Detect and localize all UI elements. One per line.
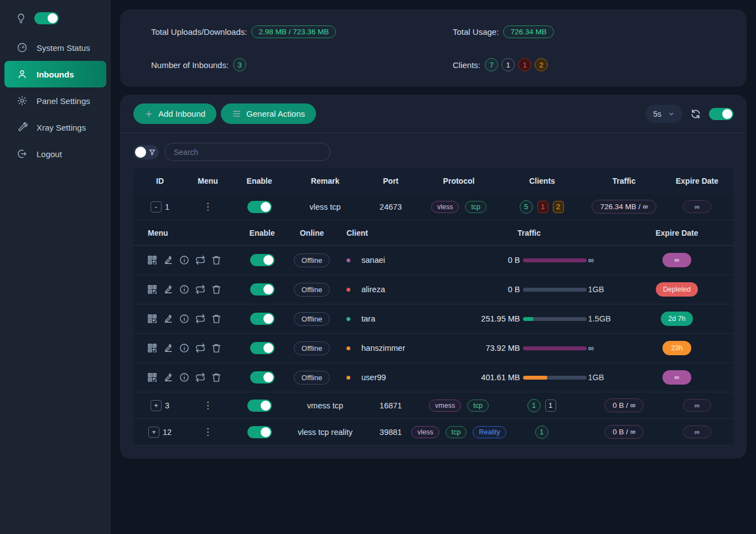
expand-button[interactable]: + bbox=[151, 400, 162, 411]
delete-icon[interactable] bbox=[211, 255, 222, 266]
client-enable-cell bbox=[236, 342, 288, 354]
info-icon[interactable] bbox=[179, 343, 190, 354]
qrcode-icon[interactable] bbox=[147, 372, 158, 383]
reset-icon[interactable] bbox=[195, 284, 206, 295]
client-online-cell: Offline bbox=[288, 253, 335, 267]
inbound-enable-toggle[interactable] bbox=[247, 201, 272, 213]
sidebar-item-logout[interactable]: Logout bbox=[0, 141, 106, 167]
logout-icon bbox=[17, 148, 28, 159]
general-actions-button[interactable]: General Actions bbox=[221, 103, 316, 124]
client-column-header-traffic: Traffic bbox=[438, 229, 620, 237]
edit-icon[interactable] bbox=[163, 284, 174, 295]
search-input[interactable] bbox=[164, 143, 330, 161]
online-status-badge: Offline bbox=[294, 371, 330, 385]
dashboard-icon bbox=[17, 42, 28, 53]
theme-toggle[interactable] bbox=[34, 12, 59, 24]
qrcode-icon[interactable] bbox=[147, 343, 158, 354]
sidebar-nav: System StatusInboundsPanel SettingsXray … bbox=[0, 34, 111, 167]
inbound-id: 1 bbox=[165, 203, 169, 211]
info-icon[interactable] bbox=[179, 372, 190, 383]
inbound-enable-toggle[interactable] bbox=[247, 426, 272, 438]
reset-icon[interactable] bbox=[195, 343, 206, 354]
sidebar-item-xray-settings[interactable]: Xray Settings bbox=[0, 114, 106, 141]
traffic-used: 0 B bbox=[441, 256, 523, 265]
traffic-limit: ∞ bbox=[587, 256, 618, 265]
info-icon[interactable] bbox=[179, 284, 190, 295]
client-traffic-cell: 401.61 MB1GB bbox=[438, 373, 620, 382]
client-expire-cell: 2d 7h bbox=[620, 312, 733, 326]
general-actions-label: General Actions bbox=[246, 109, 305, 118]
collapse-button[interactable]: - bbox=[151, 201, 162, 212]
refresh-interval-select[interactable]: 5s bbox=[645, 105, 682, 123]
expand-button[interactable]: + bbox=[148, 427, 159, 438]
edit-icon[interactable] bbox=[163, 313, 174, 324]
inbound-row: +3⋮vmess tcp16871vmesstcp110 B / ∞∞ bbox=[133, 392, 733, 419]
client-badge-green: 1 bbox=[527, 399, 541, 412]
client-status-dot bbox=[346, 317, 350, 321]
add-inbound-button[interactable]: Add Inbound bbox=[133, 103, 216, 124]
more-menu-button[interactable]: ⋮ bbox=[203, 202, 213, 211]
client-enable-toggle[interactable] bbox=[250, 371, 275, 383]
funnel-icon bbox=[148, 148, 156, 156]
client-enable-toggle[interactable] bbox=[250, 313, 275, 325]
inbounds-card: Add Inbound General Actions 5s bbox=[120, 95, 747, 459]
qrcode-icon[interactable] bbox=[147, 255, 158, 266]
traffic-used: 73.92 MB bbox=[441, 344, 523, 352]
client-count-badge-gray: 1 bbox=[501, 58, 515, 71]
info-icon[interactable] bbox=[179, 313, 190, 324]
info-icon[interactable] bbox=[179, 255, 190, 266]
reset-icon[interactable] bbox=[195, 313, 206, 324]
stat-inbounds-label: Number of Inbounds: bbox=[151, 60, 229, 70]
inbound-enable-toggle[interactable] bbox=[247, 400, 272, 412]
inbound-protocol-cell: vmesstcp bbox=[421, 400, 497, 412]
more-menu-button[interactable]: ⋮ bbox=[203, 427, 213, 437]
stat-uploads: Total Uploads/Downloads: 2.98 MB / 723.3… bbox=[151, 24, 453, 39]
refresh-icon[interactable] bbox=[690, 108, 701, 120]
inbound-expire-cell: ∞ bbox=[661, 399, 733, 412]
client-expire-badge: 23h bbox=[662, 341, 691, 355]
reset-icon[interactable] bbox=[195, 372, 206, 383]
edit-icon[interactable] bbox=[163, 343, 174, 354]
client-enable-toggle[interactable] bbox=[250, 254, 275, 266]
client-column-header-online: Online bbox=[288, 229, 335, 237]
filter-toggle[interactable] bbox=[133, 145, 159, 159]
traffic-bar bbox=[523, 376, 587, 380]
client-column-header-enable: Enable bbox=[236, 229, 288, 237]
reset-icon[interactable] bbox=[195, 255, 206, 266]
client-enable-toggle[interactable] bbox=[250, 342, 275, 354]
auto-refresh-toggle[interactable] bbox=[709, 108, 733, 120]
client-column-header-expire-date: Expire Date bbox=[620, 229, 733, 237]
edit-icon[interactable] bbox=[163, 255, 174, 266]
protocol-tag-tcp: tcp bbox=[465, 201, 486, 213]
client-table-header-row: MenuEnableOnlineClientTrafficExpire Date bbox=[133, 220, 733, 246]
client-row: Offlinesanaei0 B∞∞ bbox=[133, 246, 733, 275]
inbound-enable-cell bbox=[229, 201, 289, 213]
delete-icon[interactable] bbox=[211, 372, 222, 383]
traffic-bar-fill bbox=[523, 346, 587, 350]
sidebar-item-system-status[interactable]: System Status bbox=[0, 34, 106, 61]
qrcode-icon[interactable] bbox=[147, 284, 158, 295]
table-header-row: IDMenuEnableRemarkPortProtocolClientsTra… bbox=[133, 168, 733, 194]
edit-icon[interactable] bbox=[163, 372, 174, 383]
sidebar-item-panel-settings[interactable]: Panel Settings bbox=[0, 87, 106, 114]
inbound-id-cell: -1 bbox=[133, 201, 187, 212]
client-enable-toggle[interactable] bbox=[250, 283, 275, 295]
client-expire-badge: Depleted bbox=[656, 282, 698, 297]
qrcode-icon[interactable] bbox=[147, 313, 158, 324]
sidebar-item-inbounds[interactable]: Inbounds bbox=[4, 61, 106, 87]
menu-lines-icon bbox=[232, 109, 241, 118]
inbound-traffic-pill: 0 B / ∞ bbox=[604, 425, 644, 439]
client-count-badge-red: 1 bbox=[518, 58, 531, 71]
delete-icon[interactable] bbox=[211, 343, 222, 354]
delete-icon[interactable] bbox=[211, 284, 222, 295]
inbound-traffic-pill: 0 B / ∞ bbox=[604, 398, 644, 412]
delete-icon[interactable] bbox=[211, 313, 222, 324]
inbound-expire-cell: ∞ bbox=[661, 426, 733, 438]
client-traffic-cell: 0 B1GB bbox=[438, 285, 620, 294]
inbound-clients-cell: 512 bbox=[497, 200, 587, 214]
client-expire-cell: Depleted bbox=[620, 282, 733, 297]
inbound-remark: vless tcp reality bbox=[289, 428, 361, 437]
lightbulb-icon bbox=[15, 13, 27, 24]
more-menu-button[interactable]: ⋮ bbox=[203, 401, 213, 410]
table-body: -1⋮vless tcp24673vlesstcp512726.34 MB / … bbox=[133, 194, 733, 445]
